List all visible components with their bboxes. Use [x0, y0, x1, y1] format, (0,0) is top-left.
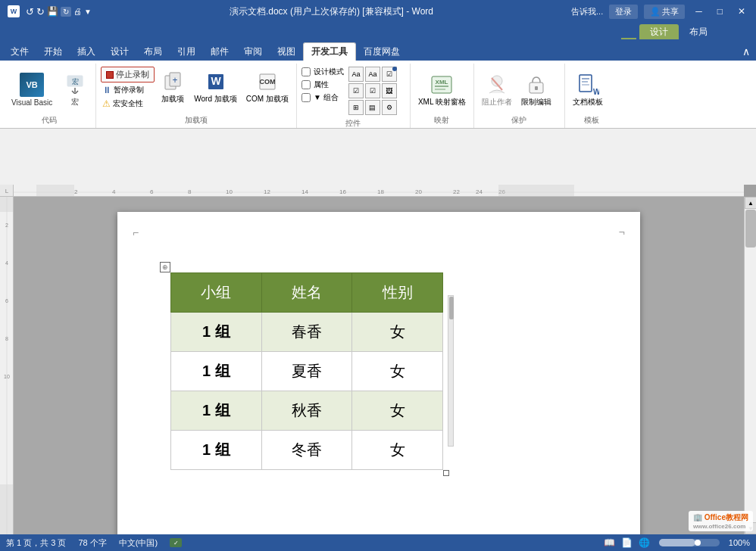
warning-icon: ⚠ — [102, 98, 111, 109]
xml-mapping-button[interactable]: XML XML 映射窗格 — [415, 71, 469, 109]
undo-icon[interactable]: ↺ — [26, 6, 34, 17]
svg-text:XML: XML — [436, 79, 448, 86]
document-area: 2 4 6 8 10 12 14 16 18 20 22 24 26 2 — [0, 185, 756, 534]
spellcheck-icon[interactable]: ✓ — [170, 538, 182, 547]
ribbon-group-mapping: XML XML 映射窗格 映射 — [411, 64, 474, 128]
svg-rect-44 — [0, 197, 14, 212]
zoom-slider[interactable] — [659, 539, 720, 546]
tab-design2[interactable]: 设计 — [103, 42, 136, 61]
ribbon-group-addins: 停止录制 ⏸ 暂停录制 ⚠ 宏安全性 + — [96, 64, 297, 128]
tab-home[interactable]: 开始 — [36, 42, 70, 61]
addins-group-label: 加载项 — [101, 114, 292, 128]
collapse-ribbon-button[interactable]: ∧ — [742, 45, 750, 58]
add-addin-button[interactable]: + 加载项 — [158, 68, 188, 106]
macro-button[interactable]: 宏 宏 — [59, 69, 91, 110]
ctrl-icon-1[interactable]: Aa — [348, 67, 364, 82]
block-authors-label: 阻止作者 — [482, 97, 512, 107]
xml-mapping-icon: XML — [430, 73, 454, 97]
doc-template-button[interactable]: W 文档模板 — [570, 71, 606, 109]
design-mode-label: 设计模式 — [314, 67, 344, 77]
ruler-vertical: 2 4 6 8 10 — [0, 197, 14, 534]
cell-gender-1: 女 — [352, 313, 443, 352]
design-mode-checkbox[interactable] — [301, 67, 311, 76]
scroll-up-button[interactable]: ▲ — [745, 197, 756, 209]
svg-rect-37 — [498, 185, 574, 197]
table-move-handle[interactable]: ⊕ — [160, 262, 170, 272]
tab-references[interactable]: 引用 — [170, 42, 203, 61]
customize-icon[interactable]: ▼ — [84, 8, 92, 16]
tab-file[interactable]: 文件 — [3, 42, 36, 61]
controls-group-label: 控件 — [301, 117, 405, 131]
table-resize-handle[interactable] — [443, 470, 449, 476]
svg-text:2: 2 — [5, 223, 8, 228]
svg-rect-11 — [435, 86, 448, 87]
ctrl-icon-3[interactable]: ☑ — [382, 67, 397, 82]
svg-text:24: 24 — [476, 188, 483, 195]
scrollbar-thumb[interactable] — [745, 210, 756, 247]
svg-text:12: 12 — [264, 188, 270, 195]
com-addin-button[interactable]: COM COM 加载项 — [243, 68, 292, 106]
tab-mailings[interactable]: 邮件 — [203, 42, 236, 61]
svg-rect-12 — [435, 89, 445, 90]
add-addin-label: 加载项 — [161, 94, 184, 104]
redo-icon[interactable]: ↻ — [36, 6, 45, 17]
close-button[interactable]: ✕ — [733, 5, 750, 18]
page-info: 第 1 页，共 3 页 — [6, 537, 66, 549]
ctrl-icon-5[interactable]: ☑ — [365, 83, 380, 98]
svg-text:18: 18 — [377, 188, 384, 195]
print-layout-button[interactable]: 📄 — [621, 537, 633, 548]
web-layout-button[interactable]: 🌐 — [639, 537, 650, 548]
word-addin-label: Word 加载项 — [194, 94, 237, 104]
tab-insert[interactable]: 插入 — [70, 42, 103, 61]
properties-checkbox[interactable] — [301, 80, 311, 89]
ribbon-body: VB Visual Basic 宏 宏 代码 停止录制 — [0, 61, 756, 129]
table-row: 1 组 春香 女 — [171, 313, 443, 352]
data-table: 小组 姓名 性别 1 组 春香 女 — [170, 272, 443, 470]
read-mode-button[interactable]: 📖 — [604, 537, 615, 548]
ctrl-icon-6[interactable]: 🖼 — [382, 83, 397, 98]
ctrl-icon-2[interactable]: Aa — [365, 67, 380, 82]
block-authors-button[interactable]: 阻止作者 — [479, 71, 515, 109]
table-tools-bar: 设计 布局 — [0, 23, 756, 39]
templates-group-label: 模板 — [570, 114, 614, 128]
minimize-button[interactable]: ─ — [691, 5, 707, 18]
tab-view[interactable]: 视图 — [270, 42, 303, 61]
macro-security-button[interactable]: ⚠ 宏安全性 — [101, 98, 155, 110]
vertical-scrollbar[interactable]: ▲ ▼ — [744, 197, 756, 534]
svg-rect-36 — [36, 185, 74, 197]
autosave-icon[interactable]: ↻ — [61, 7, 71, 17]
tab-layout2[interactable]: 布局 — [136, 42, 170, 61]
save-icon[interactable]: 💾 — [47, 6, 58, 17]
tab-baidu[interactable]: 百度网盘 — [356, 42, 408, 61]
xml-mapping-label: XML 映射窗格 — [418, 97, 466, 107]
com-addin-label: COM 加载项 — [246, 94, 289, 104]
table-right-scroll — [448, 295, 454, 447]
restrict-editing-button[interactable]: 限制编辑 — [518, 71, 555, 109]
tab-developer[interactable]: 开发工具 — [303, 42, 356, 61]
ctrl-icon-4[interactable]: ☑ — [348, 83, 364, 98]
doc-template-label: 文档模板 — [573, 97, 603, 107]
group-checkbox[interactable] — [301, 93, 311, 102]
help-button[interactable]: 告诉我... — [571, 6, 603, 17]
svg-text:+: + — [173, 75, 178, 86]
table-wrapper: ⊕ 小组 姓名 性别 1 组 — [170, 272, 443, 470]
svg-rect-20 — [582, 84, 589, 86]
restrict-editing-label: 限制编辑 — [521, 97, 551, 107]
tab-review[interactable]: 审阅 — [236, 42, 270, 61]
pause-recording-button[interactable]: ⏸ 暂停录制 — [101, 84, 155, 96]
restore-button[interactable]: □ — [713, 5, 727, 18]
tab-layout[interactable]: 布局 — [679, 24, 718, 39]
cell-name-2: 夏香 — [261, 352, 352, 391]
ctrl-icon-7[interactable]: ⊞ — [348, 100, 364, 115]
tab-design[interactable]: 设计 — [639, 24, 679, 39]
visual-basic-button[interactable]: VB Visual Basic — [8, 70, 56, 109]
stop-recording-button[interactable]: 停止录制 — [101, 67, 155, 82]
ctrl-icon-8[interactable]: ▤ — [365, 100, 380, 115]
svg-text:W: W — [593, 88, 599, 96]
login-button[interactable]: 登录 — [609, 5, 638, 19]
share-button[interactable]: 👤 共享 — [644, 5, 685, 19]
stop-record-icon — [106, 71, 114, 79]
word-addin-button[interactable]: W Word 加载项 — [191, 68, 240, 106]
ctrl-icon-9[interactable]: ⚙ — [382, 100, 397, 115]
print-preview-icon[interactable]: 🖨 — [73, 7, 82, 16]
